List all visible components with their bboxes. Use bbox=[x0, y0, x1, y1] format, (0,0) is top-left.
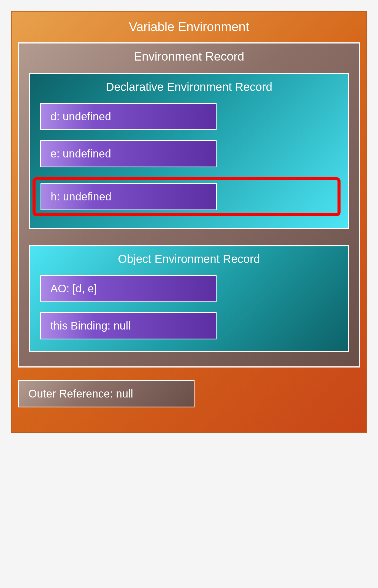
declarative-environment-record-box: Declarative Environment Record d: undefi… bbox=[29, 73, 349, 229]
variable-environment-title: Variable Environment bbox=[18, 19, 360, 34]
declarative-item: d: undefined bbox=[40, 103, 217, 130]
environment-record-box: Environment Record Declarative Environme… bbox=[18, 42, 360, 368]
object-environment-record-box: Object Environment Record AO: [d, e] thi… bbox=[29, 245, 349, 352]
declarative-item-highlighted: h: undefined bbox=[40, 183, 217, 210]
declarative-item: e: undefined bbox=[40, 140, 217, 167]
object-item: AO: [d, e] bbox=[40, 275, 217, 302]
environment-record-title: Environment Record bbox=[29, 50, 349, 63]
object-item: this Binding: null bbox=[40, 312, 217, 339]
variable-environment-box: Variable Environment Environment Record … bbox=[11, 11, 367, 433]
outer-reference-box: Outer Reference: null bbox=[18, 380, 195, 407]
object-environment-record-title: Object Environment Record bbox=[40, 252, 338, 266]
declarative-environment-record-title: Declarative Environment Record bbox=[40, 80, 338, 94]
highlighted-item-border: h: undefined bbox=[33, 177, 341, 216]
